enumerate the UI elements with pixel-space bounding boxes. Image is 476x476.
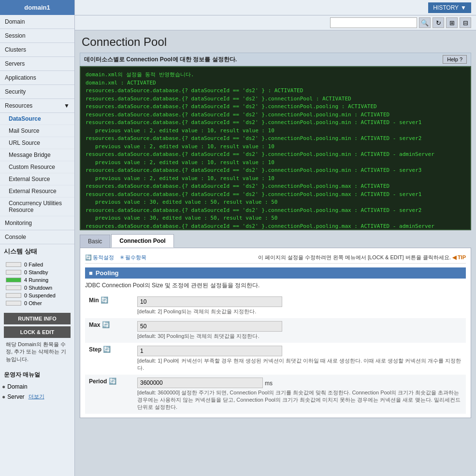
lock-edit-button[interactable]: LOCK & EDIT [4,326,71,338]
content-area: 데이터소스별로 Connection Pool에 대한 정보를 설정한다. He… [75,51,476,476]
sidebar-sub-messagebridge[interactable]: Message Bridge [0,149,74,161]
sidebar-sub-datasource[interactable]: DataSource [0,113,74,125]
history-arrow-icon: ▼ [461,4,466,11]
log-line-14: resources.dataSource.database.{? dataSou… [86,182,465,191]
min-value-cell: [default: 2] Pooling되는 객체의 최솟값을 지정한다. [133,294,466,318]
failed-indicator [6,262,21,267]
max-input[interactable] [137,321,282,332]
log-line-13: previous value : 2, edited value : 10, r… [86,175,465,183]
server-manual-icon: ● [2,393,5,400]
sidebar-item-resources[interactable]: Resources ▼ [0,99,74,113]
step-default: [default: 1] Pool에 커넥션이 부족할 경우 현재 생성된 커넥… [137,358,461,371]
system-status-title: 시스템 상태 [0,244,74,258]
sidebar-sub-externalsource[interactable]: External Source [0,173,74,185]
search-icon-button[interactable]: 🔍 [419,17,431,28]
sidebar-item-servers[interactable]: Servers [0,57,74,71]
sidebar-item-domain[interactable]: Domain [0,15,74,29]
log-line-11: previous value : 2, edited value : 10, r… [86,159,465,167]
step-value-cell: [default: 1] Pool에 커넥션이 부족할 경우 현재 생성된 커넥… [133,343,466,375]
sidebar-sub-urlsource[interactable]: URL Source [0,137,74,149]
shutdown-indicator [6,285,21,290]
period-unit: ms [265,380,273,387]
field-step: Step 🔄 [default: 1] Pool에 커넥션이 부족할 경우 현재… [85,343,466,375]
help-bar-title: 데이터소스별로 Connection Pool에 대한 정보를 설정한다. [84,56,237,64]
sidebar-item-applications[interactable]: Applications [0,71,74,85]
domain-label: domain1 [0,0,74,15]
min-default: [default: 2] Pooling되는 객체의 최솟값을 지정한다. [137,308,256,314]
sidebar-sub-mailsource[interactable]: Mail Source [0,125,74,137]
help-bar: 데이터소스별로 Connection Pool에 대한 정보를 설정한다. He… [80,53,471,66]
step-label: Step 🔄 [85,343,133,375]
log-line-10: resources.dataSource.database.{? dataSou… [86,151,465,159]
status-suspended: 0 Suspended [4,292,71,299]
log-line-1: domain.xml : ACTIVATED [86,79,465,87]
required-settings-link[interactable]: ✳ 필수항목 [120,254,146,261]
max-default: [default: 30] Pooling되는 객체의 최댓값을 지정한다. [137,333,259,339]
standby-indicator [6,270,21,275]
tip-label: ◀ TIP [452,254,466,260]
history-button[interactable]: HISTORY ▼ [428,2,471,13]
log-line-19: resources.dataSource.database.{? dataSou… [86,223,465,231]
log-line-7: previous value : 2, edited value : 10, r… [86,127,465,135]
domain-manual-icon: ● [2,383,5,390]
tab-basic[interactable]: Basic [80,235,110,248]
log-line-3: resources.dataSource.database.{? dataSou… [86,95,465,103]
sidebar-item-security[interactable]: Security [0,85,74,99]
suspended-indicator [6,293,21,298]
refresh-icon-button[interactable]: ↻ [433,17,444,28]
max-refresh-icon[interactable]: 🔄 [102,321,110,328]
other-indicator [6,301,21,306]
field-max: Max 🔄 [default: 30] Pooling되는 객체의 최댓값을 지… [85,318,466,343]
sidebar-item-monitoring[interactable]: Monitoring [0,216,74,230]
tab-connection-pool[interactable]: Connection Pool [111,234,173,248]
status-shutdown: 0 Shutdown [4,284,71,292]
tab-bar: Basic Connection Pool [80,234,471,248]
period-input[interactable] [137,378,263,388]
log-line-2: resources.dataSource.database.{? dataSou… [86,87,465,95]
required-icon: ✳ [120,254,124,261]
field-min: Min 🔄 [default: 2] Pooling되는 객체의 최솟값을 지정… [85,294,466,318]
min-label: Min 🔄 [85,294,133,318]
lock-desc: 해당 Domain의 환목을 수정, 추가 또는 삭제하는 기능입니다. [4,340,71,365]
step-refresh-icon[interactable]: 🔄 [103,346,111,353]
form-table: Min 🔄 [default: 2] Pooling되는 객체의 최솟값을 지정… [85,294,466,414]
log-line-4: resources.dataSource.database.{? dataSou… [86,103,465,111]
server-more-link[interactable]: 더보기 [29,393,44,400]
page-title: Connection Pool [82,35,469,49]
max-value-cell: [default: 30] Pooling되는 객체의 최댓값을 지정한다. [133,318,466,343]
inner-content: 🔄 동적설정 ✳ 필수항목 이 페이지의 설정을 수정하려면 왼쪽 메뉴에서 [… [80,248,471,418]
sidebar-item-clusters[interactable]: Clusters [0,43,74,57]
field-period: Period 🔄 ms [default: 3600000] 설정한 주기가 되… [85,375,466,414]
log-line-15: resources.dataSource.database.{? dataSou… [86,191,465,199]
period-default: [default: 3600000] 설정한 주기가 되면, Connectio… [137,390,461,410]
status-standby: 0 Standby [4,268,71,276]
log-line-17: resources.dataSource.database.{? dataSou… [86,207,465,215]
dynamic-settings-link[interactable]: 🔄 동적설정 [85,254,114,261]
sidebar-sub-concurrency[interactable]: Concurrency Utilities Resource [0,197,74,216]
step-input[interactable] [137,346,282,356]
period-refresh-icon[interactable]: 🔄 [109,378,116,385]
sidebar-sub-customresource[interactable]: Custom Resource [0,161,74,173]
manual-server: ● Server 더보기 [0,392,74,402]
sidebar-item-console[interactable]: Console [0,230,74,244]
max-label: Max 🔄 [85,318,133,343]
min-refresh-icon[interactable]: 🔄 [101,296,108,304]
search-bar: 🔍 ↻ ⊞ ⊟ [75,15,476,30]
sidebar-item-session[interactable]: Session [0,29,74,43]
topbar: HISTORY ▼ [75,0,476,15]
settings-icon-button[interactable]: ⊟ [460,17,471,28]
sidebar-sub-externalresource[interactable]: External Resource [0,185,74,197]
settings-bar-right: 이 페이지의 설정을 수정하려면 왼쪽 메뉴에서 [LOCK & EDIT] 버… [258,254,466,261]
min-input[interactable] [137,296,282,307]
status-running: 4 Running [4,276,71,284]
runtime-info-button[interactable]: RUNTIME INFO [4,313,71,324]
log-line-9: previous value : 2, edited value : 10, r… [86,143,465,151]
log-line-5: resources.dataSource.database.{? dataSou… [86,111,465,119]
help-button[interactable]: Help ? [443,55,467,64]
settings-bar-left: 🔄 동적설정 ✳ 필수항목 [85,254,146,261]
manual-domain: ● Domain [0,382,74,392]
running-indicator [6,278,21,282]
search-input[interactable] [330,17,417,28]
export-icon-button[interactable]: ⊞ [446,17,458,28]
period-label: Period 🔄 [85,375,133,414]
